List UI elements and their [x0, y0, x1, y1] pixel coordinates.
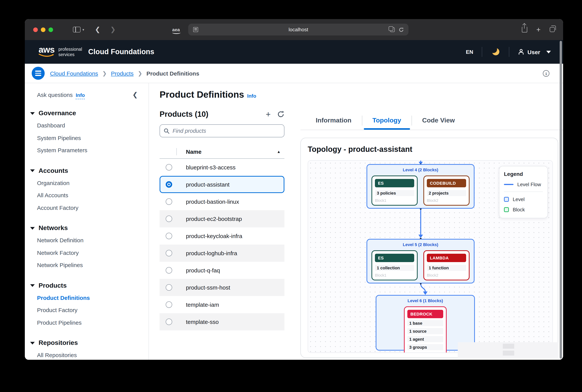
level-5-group[interactable]: Level 5 (2 Blocks) ES 1 collection Block… [366, 239, 474, 284]
nav-section-header[interactable]: Accounts [30, 167, 149, 174]
tab-code-view[interactable]: Code View [412, 112, 465, 130]
chevron-down-icon [30, 227, 35, 230]
table-row[interactable]: template-sso [160, 313, 284, 330]
breadcrumb: Cloud Foundations ❯ Products ❯ Product D… [50, 70, 199, 76]
column-divider [176, 148, 177, 155]
table-row[interactable]: template-iam [160, 296, 284, 313]
topology-canvas[interactable]: Level 4 (2 Blocks) ES 3 policies Block1 … [308, 160, 553, 353]
chevron-down-icon[interactable]: ▾ [83, 28, 84, 32]
chevron-down-icon [30, 342, 35, 344]
table-row[interactable]: product-keycloak-infra [160, 228, 284, 244]
breadcrumb-current: Product Definitions [146, 70, 199, 76]
info-icon[interactable]: i [543, 70, 549, 76]
block-label: Block1 [375, 198, 414, 202]
url-text: localhost [188, 27, 408, 32]
translate-icon[interactable] [390, 27, 395, 32]
nav-section-header[interactable]: Repositories [30, 339, 149, 347]
table-row[interactable]: product-ssm-host [160, 279, 284, 296]
block-es[interactable]: ES 3 policies Block1 [371, 176, 418, 206]
new-tab-icon[interactable]: + [536, 26, 540, 33]
tab-topology[interactable]: Topology [362, 112, 411, 130]
sidebar-item-network-definition[interactable]: Network Definition [37, 234, 149, 247]
radio-button[interactable] [166, 216, 172, 222]
back-button[interactable]: ❮ [95, 26, 100, 34]
legend: Legend Level Flow Level [499, 166, 548, 218]
close-window-button[interactable] [33, 27, 38, 32]
address-bar[interactable]: localhost [188, 24, 408, 36]
radio-button[interactable] [166, 250, 172, 256]
block-label: Block1 [407, 352, 443, 353]
radio-button[interactable] [166, 267, 172, 274]
radio-button-selected[interactable] [166, 181, 172, 188]
collapse-sidebar-icon[interactable]: ❮ [133, 91, 138, 99]
sidebar-item-system-parameters[interactable]: System Parameters [37, 144, 149, 156]
minimize-window-button[interactable] [41, 27, 46, 32]
aws-logo-text: aws [39, 46, 55, 54]
sidebar-item-account-factory[interactable]: Account Factory [37, 202, 149, 214]
block-es[interactable]: ES 1 collection Block1 [371, 250, 418, 280]
block-stat: 3 policies [375, 190, 414, 196]
refresh-icon[interactable] [277, 111, 284, 118]
sidebar-item-dashboard[interactable]: Dashboard [37, 120, 149, 132]
sidebar-item-product-pipelines[interactable]: Product Pipelines [37, 316, 149, 329]
nav-section-header[interactable]: Products [30, 282, 149, 289]
radio-button[interactable] [166, 233, 172, 239]
zoom-window-button[interactable] [49, 27, 53, 32]
service-badge-bedrock: BEDROCK [407, 310, 443, 318]
radio-button[interactable] [166, 164, 172, 170]
ask-questions-info-link[interactable]: Info [76, 92, 85, 99]
table-row[interactable]: product-q-faq [160, 262, 284, 279]
add-product-icon[interactable]: + [266, 110, 271, 118]
user-menu[interactable]: User [509, 48, 558, 55]
window-scrollbar[interactable] [560, 41, 562, 358]
table-row[interactable]: product-loghub-infra [160, 244, 284, 262]
table-row[interactable]: product-ec2-bootstrap [160, 210, 284, 228]
search-icon [164, 128, 170, 134]
radio-button[interactable] [166, 284, 172, 291]
sidebar-item-all-accounts[interactable]: All Accounts [37, 189, 149, 202]
sidebar-item-all-repositories[interactable]: All Repositories [37, 349, 149, 360]
topology-title: Topology - product-assistant [308, 145, 412, 154]
sidebar-item-network-factory[interactable]: Network Factory [37, 247, 149, 259]
chevron-down-icon [30, 170, 35, 172]
column-header-name[interactable]: Name [186, 148, 202, 155]
sort-ascending-icon[interactable]: ▲ [277, 150, 281, 154]
block-lambda[interactable]: LAMBDA 1 function Block2 [423, 250, 469, 280]
block-codebuild[interactable]: CODEBUILD 2 projects Block2 [423, 176, 469, 206]
nav-section-networks: Networks Network Definition Network Fact… [37, 224, 149, 272]
sidebar-toggle-icon[interactable] [73, 27, 81, 32]
page-title-info-link[interactable]: Info [247, 93, 256, 100]
sidebar-item-product-definitions[interactable]: Product Definitions [37, 292, 149, 304]
tab-overview-icon[interactable] [550, 27, 555, 32]
radio-button[interactable] [166, 302, 172, 308]
sidebar-item-system-pipelines[interactable]: System Pipelines [37, 132, 149, 144]
dark-mode-toggle[interactable] [482, 47, 509, 57]
language-button[interactable]: EN [457, 49, 482, 55]
level-4-group[interactable]: Level 4 (2 Blocks) ES 3 policies Block1 … [366, 164, 474, 209]
breadcrumb-link[interactable]: Products [111, 70, 133, 76]
sidebar-item-organization[interactable]: Organization [37, 177, 149, 189]
aws-logo[interactable]: aws [39, 46, 55, 58]
service-badge-es: ES [375, 254, 414, 262]
reload-icon[interactable] [399, 27, 404, 32]
sidebar-item-product-factory[interactable]: Product Factory [37, 304, 149, 316]
block-bedrock[interactable]: BEDROCK 1 base 1 source 1 agent 3 groups… [404, 306, 447, 353]
breadcrumb-link[interactable]: Cloud Foundations [50, 70, 98, 76]
table-row[interactable]: blueprint-s3-access [160, 159, 284, 176]
share-icon[interactable] [522, 27, 527, 32]
sidebar-item-network-pipelines[interactable]: Network Pipelines [37, 259, 149, 272]
nav-section-header[interactable]: Networks [30, 224, 149, 232]
extension-icon[interactable]: aea [172, 27, 180, 32]
legend-level-label: Level [513, 196, 524, 202]
level-6-title: Level 6 (1 Blocks) [376, 298, 474, 303]
tab-information[interactable]: Information [305, 112, 362, 130]
nav-section-header[interactable]: Governance [30, 110, 149, 117]
forward-button[interactable]: ❯ [110, 26, 116, 34]
service-badge-codebuild: CODEBUILD [427, 179, 466, 187]
menu-button[interactable] [32, 67, 45, 80]
radio-button[interactable] [166, 318, 172, 325]
table-row-selected[interactable]: product-assistant [160, 176, 284, 193]
table-row[interactable]: product-bastion-linux [160, 193, 284, 210]
search-input[interactable]: Find products [160, 124, 284, 137]
radio-button[interactable] [166, 198, 172, 205]
